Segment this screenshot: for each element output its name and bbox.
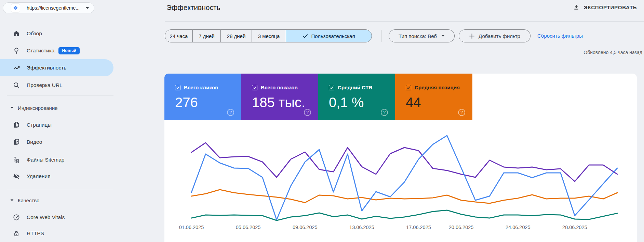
position-value: 44 (406, 95, 421, 110)
segment-7d[interactable]: 7 дней (192, 29, 221, 42)
chevron-down-icon (441, 35, 445, 37)
checkbox-checked-icon[interactable] (406, 85, 411, 90)
help-icon[interactable]: ? (304, 109, 311, 116)
caret-down-icon (10, 199, 14, 201)
performance-panel: Всего кликов 276 ? Всего показов 185 тыс… (164, 74, 637, 242)
property-icon (11, 4, 20, 12)
help-icon[interactable]: ? (227, 109, 234, 116)
export-button[interactable]: ЭКСПОРТИРОВАТЬ (573, 4, 637, 11)
filter-separator (381, 30, 381, 42)
video-pages-icon (12, 138, 21, 146)
download-icon (573, 4, 580, 11)
checkbox-checked-icon[interactable] (175, 85, 180, 90)
ctr-value: 0,1 % (329, 95, 364, 110)
sidebar-item-https[interactable]: HTTPS (0, 225, 113, 242)
sidebar-item-url-inspection[interactable]: Проверка URL (0, 77, 113, 94)
home-icon (12, 29, 21, 38)
sidebar-section-indexing[interactable]: Индексирование (0, 103, 113, 113)
clicks-value: 276 (175, 95, 198, 110)
trending-up-icon (12, 64, 21, 72)
header-divider (165, 21, 644, 22)
x-axis-label: 09.06.2025 (293, 225, 318, 230)
search-console-app: https://licensegentleme... Обзор Статист… (0, 0, 644, 242)
last-updated-text: Обновлено 4,5 часа назад (583, 50, 642, 55)
new-badge: Новый (58, 47, 80, 54)
chart-line-0 (191, 136, 617, 220)
checkbox-checked-icon[interactable] (329, 85, 334, 90)
x-axis-label: 13.06.2025 (349, 225, 374, 230)
metric-card-position[interactable]: Средняя позиция 44 ? (395, 74, 472, 120)
metric-card-ctr[interactable]: Средний CTR 0,1 % ? (318, 74, 395, 120)
add-filter-chip[interactable]: Добавить фильтр (459, 29, 531, 42)
x-axis-label: 24.06.2025 (506, 225, 531, 230)
page-title: Эффективность (166, 3, 220, 12)
reset-filters-link[interactable]: Сбросить фильтры (537, 33, 583, 39)
impressions-value: 185 тыс. (252, 95, 305, 110)
segment-28d[interactable]: 28 дней (220, 29, 252, 42)
caret-down-icon (10, 107, 14, 109)
pages-icon (12, 121, 21, 129)
sidebar-item-video[interactable]: Видео (0, 133, 113, 151)
x-axis-label: 05.06.2025 (236, 225, 261, 230)
chart-line-3 (191, 190, 617, 203)
help-icon[interactable]: ? (458, 109, 465, 116)
x-axis-label: 28.06.2025 (562, 225, 587, 230)
x-axis-label: 17.06.2025 (406, 225, 431, 230)
sidebar-item-overview[interactable]: Обзор (0, 25, 113, 42)
property-selector[interactable]: https://licensegentleme... (3, 2, 94, 13)
x-axis-label: 20.06.2025 (449, 225, 474, 230)
segment-3m[interactable]: 3 месяца (252, 29, 286, 42)
sidebar-item-pages[interactable]: Страницы (0, 116, 113, 133)
sidebar-item-core-web-vitals[interactable]: Core Web Vitals (0, 209, 113, 226)
metric-card-impressions[interactable]: Всего показов 185 тыс. ? (241, 74, 318, 120)
sidebar-divider (7, 95, 113, 95)
date-range-segments: 24 часа 7 дней 28 дней 3 месяца Пользова… (165, 29, 372, 42)
check-icon (303, 34, 308, 38)
search-type-chip[interactable]: Тип поиска: Веб (389, 29, 455, 42)
eye-off-icon (12, 172, 21, 180)
x-axis-label: 01.06.2025 (179, 225, 204, 230)
sidebar-section-quality[interactable]: Качество (0, 195, 113, 205)
lightbulb-icon (12, 47, 21, 55)
sidebar-divider (7, 189, 113, 189)
segment-custom[interactable]: Пользовательская (286, 29, 372, 42)
performance-chart: 01.06.202505.06.202509.06.202513.06.2025… (164, 120, 637, 242)
checkbox-checked-icon[interactable] (252, 85, 257, 90)
segment-24h[interactable]: 24 часа (165, 29, 193, 42)
chart-line-2 (191, 210, 617, 220)
property-url: https://licensegentleme... (27, 5, 80, 11)
lock-icon (12, 229, 21, 238)
speedometer-icon (12, 213, 21, 221)
sidebar-item-sitemaps[interactable]: Файлы Sitemap (0, 151, 113, 168)
metric-card-clicks[interactable]: Всего кликов 276 ? (164, 74, 241, 120)
search-icon (12, 81, 21, 89)
chart-line-1 (191, 143, 617, 181)
sidebar-item-removals[interactable]: Удаления (0, 168, 113, 185)
sidebar-item-statistics[interactable]: Статистика Новый (0, 42, 113, 59)
sitemap-icon (12, 156, 21, 164)
sidebar-item-performance[interactable]: Эффективность (0, 59, 113, 76)
chevron-down-icon (85, 7, 89, 9)
plus-icon (469, 33, 475, 39)
help-icon[interactable]: ? (381, 109, 388, 116)
